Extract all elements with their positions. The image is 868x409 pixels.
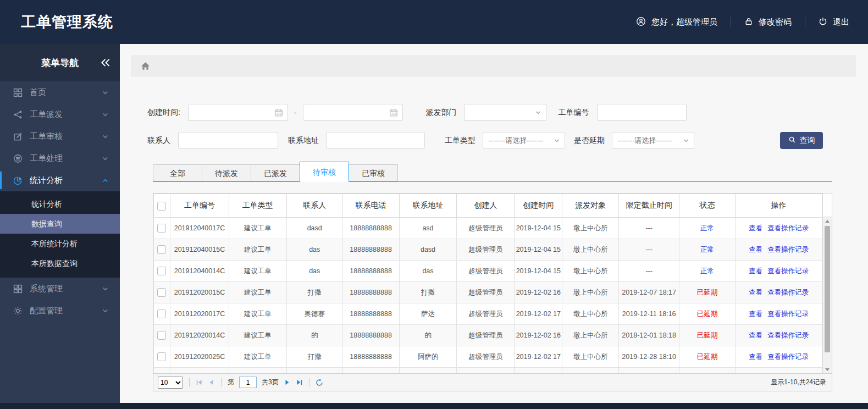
sidebar-item-label: 系统管理 [30,284,63,294]
cell-status: 正常 [679,218,736,239]
scrollbar-thumb[interactable] [825,226,830,352]
scroll-down-arrow-icon[interactable] [823,366,832,373]
cell-type: 建议工单 [229,325,286,346]
view-log-link[interactable]: 查看操作记录 [767,310,809,318]
view-link[interactable]: 查看 [749,310,762,318]
prev-page-button[interactable] [208,379,215,386]
sidebar-item-review[interactable]: 工单审核 [0,125,120,147]
logout-button[interactable]: 退出 [819,17,849,27]
view-log-link[interactable]: 查看操作记录 [767,267,809,275]
view-log-link[interactable]: 查看操作记录 [767,289,809,296]
tab-pending-review[interactable]: 待审核 [300,162,349,182]
page-number-input[interactable] [239,377,257,388]
cell-creator: 超级管理员 [457,325,515,346]
filter-form: 创建时间: - 派发部门 工单编号 [120,104,868,149]
tab-pending-dispatch[interactable]: 待派发 [202,164,251,181]
table-area: 工单编号工单类型联系人联系电话联系地址创建人创建时间派发对象限定截止时间状态操作… [153,193,832,374]
refresh-icon[interactable] [316,379,323,386]
select-all-checkbox[interactable] [157,202,166,211]
column-header: 工单编号 [170,194,229,218]
cell-deadline: 2018-12-01 18:18 [619,325,679,346]
user-greeting[interactable]: 您好，超级管理员 [636,16,717,28]
tab-reviewed[interactable]: 已审核 [349,164,398,181]
sidebar-item-label: 配置管理 [30,306,63,316]
view-link[interactable]: 查看 [749,267,762,275]
created-end-field [303,104,403,121]
page-size-select[interactable]: 10 [158,377,183,389]
delay-select[interactable]: -------请选择------- [612,132,694,149]
gear-icon [13,306,23,316]
view-link[interactable]: 查看 [749,289,762,296]
next-page-button[interactable] [284,379,291,386]
cell-actions: 查看查看操作记录 [736,303,822,325]
row-checkbox[interactable] [157,352,166,361]
main-content: 创建时间: - 派发部门 工单编号 [120,44,868,403]
cell-contact: 打撒 [286,282,342,303]
row-checkbox[interactable] [157,309,166,318]
sidebar-item-config[interactable]: 配置管理 [0,300,120,322]
sidebar-item-dispatch[interactable]: 工单派发 [0,103,120,125]
contact-input[interactable] [184,136,272,145]
cell-no: 201912020015C [170,282,229,303]
created-start-input[interactable] [194,108,274,117]
view-log-link[interactable]: 查看操作记录 [767,246,809,253]
view-link[interactable]: 查看 [749,353,762,361]
column-header: 联系人 [286,194,342,218]
tab-all[interactable]: 全部 [153,164,202,181]
view-log-link[interactable]: 查看操作记录 [767,353,809,361]
divider [309,378,309,387]
cell-creator [457,368,515,374]
address-input[interactable] [332,136,419,145]
status-badge: 正常 [700,224,714,232]
view-link[interactable]: 查看 [749,331,762,339]
column-header: 限定截止时间 [619,194,679,218]
scroll-up-arrow-icon[interactable] [823,217,832,225]
cell-type: 建议工单 [229,261,286,282]
row-checkbox[interactable] [157,267,166,275]
sidebar-item-home[interactable]: 首页 [0,81,120,103]
cell-status: 正常 [679,239,736,261]
sidebar-item-system[interactable]: 系统管理 [0,278,120,300]
cell-no [170,368,229,374]
calendar-icon[interactable] [274,108,283,117]
cell-phone: 18888888888 [342,303,399,325]
sidebar-item-process[interactable]: 工单处理 [0,147,120,169]
search-button[interactable]: 查询 [780,132,823,149]
view-log-link[interactable]: 查看操作记录 [767,331,809,339]
cell-created: 2019-12-02 16 [515,282,562,303]
vertical-scrollbar [822,194,832,373]
cell-address [399,368,457,374]
sidebar-title: 菜单导航 [41,57,79,69]
view-log-link[interactable]: 查看操作记录 [767,224,809,232]
sidebar-item-statistics[interactable]: 统计分析 [0,169,120,191]
order-type-select[interactable]: -------请选择------- [483,132,565,149]
calendar-icon[interactable] [389,108,398,117]
order-no-input[interactable] [603,108,681,117]
cell-status: 已延期 [679,282,736,303]
chevron-up-icon [102,177,109,184]
tab-dispatched[interactable]: 已派发 [251,164,300,181]
row-checkbox[interactable] [157,331,166,340]
view-link[interactable]: 查看 [749,246,762,253]
cell-created [515,368,562,374]
greeting-text: 您好，超级管理员 [651,17,717,27]
cell-actions: 查看查看操作记录 [736,282,822,303]
row-checkbox[interactable] [157,224,166,233]
submenu-item-data-query[interactable]: 数据查询 [0,214,120,234]
dispatch-dept-select[interactable] [464,104,546,121]
submenu-item-stats-analysis[interactable]: 统计分析 [0,194,120,214]
submenu-item-branch-data-query[interactable]: 本所数据查询 [0,253,120,273]
change-password-button[interactable]: 修改密码 [744,17,792,27]
last-page-button[interactable] [296,379,303,386]
table-header-row: 工单编号工单类型联系人联系电话联系地址创建人创建时间派发对象限定截止时间状态操作 [154,194,822,218]
cell-no: 201912020017C [170,303,229,325]
row-checkbox[interactable] [157,245,166,254]
created-end-input[interactable] [309,108,389,117]
double-chevron-left-icon[interactable] [100,58,111,67]
first-page-button[interactable] [196,379,203,386]
submenu-item-branch-stats[interactable]: 本所统计分析 [0,234,120,253]
home-icon[interactable] [140,61,151,71]
view-link[interactable]: 查看 [749,224,762,232]
scrollbar-track[interactable] [823,217,832,373]
row-checkbox[interactable] [157,288,166,297]
